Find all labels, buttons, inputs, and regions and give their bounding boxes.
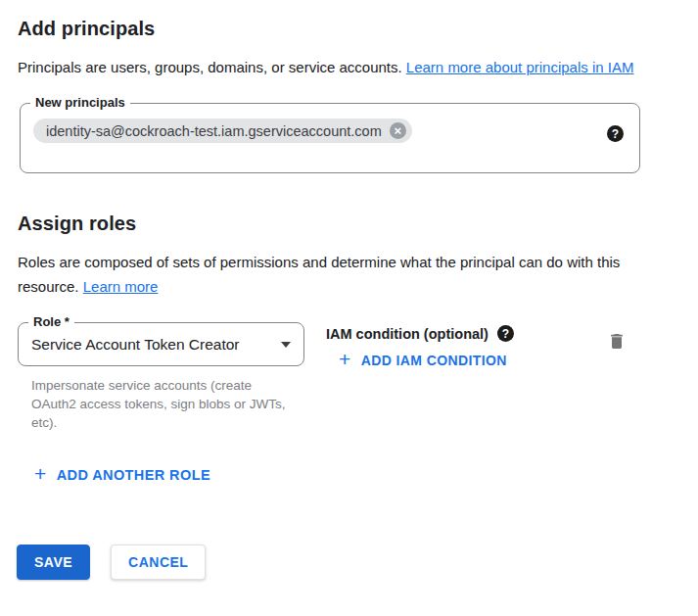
new-principals-label: New principals bbox=[30, 95, 130, 111]
trash-column bbox=[607, 331, 627, 355]
roles-description: Roles are composed of sets of permission… bbox=[18, 250, 625, 299]
condition-label: IAM condition (optional) bbox=[326, 326, 489, 342]
role-select-value: Service Account Token Creator bbox=[31, 336, 240, 354]
action-bar: SAVE CANCEL bbox=[17, 545, 680, 580]
cancel-button[interactable]: CANCEL bbox=[111, 545, 206, 580]
add-principals-panel: Add principals Principals are users, gro… bbox=[0, 0, 698, 580]
principals-help-icon[interactable]: ? bbox=[607, 125, 624, 142]
role-help-text: Impersonate service accounts (create OAu… bbox=[31, 376, 298, 432]
condition-help-icon[interactable]: ? bbox=[497, 325, 514, 342]
role-column: Role * Service Account Token Creator Imp… bbox=[18, 322, 304, 432]
page-title: Add principals bbox=[18, 18, 680, 40]
assign-roles-title: Assign roles bbox=[18, 213, 680, 235]
learn-more-roles-link[interactable]: Learn more bbox=[83, 278, 159, 295]
plus-icon: + bbox=[34, 467, 47, 481]
learn-more-principals-link[interactable]: Learn more about principals in IAM bbox=[406, 59, 634, 75]
save-button[interactable]: SAVE bbox=[17, 545, 90, 580]
add-iam-condition-button[interactable]: + ADD IAM CONDITION bbox=[339, 353, 507, 368]
principals-description-text: Principals are users, groups, domains, o… bbox=[18, 59, 406, 75]
principals-description: Principals are users, groups, domains, o… bbox=[18, 55, 659, 79]
delete-role-button[interactable] bbox=[607, 331, 627, 352]
add-iam-condition-label: ADD IAM CONDITION bbox=[361, 353, 507, 368]
principal-chip: identity-sa@cockroach-test.iam.gservicea… bbox=[33, 118, 412, 143]
add-another-role-label: ADD ANOTHER ROLE bbox=[57, 467, 210, 483]
condition-column: IAM condition (optional) ? + ADD IAM CON… bbox=[326, 322, 514, 371]
chip-remove-icon[interactable]: × bbox=[390, 122, 406, 139]
add-another-role-button[interactable]: + ADD ANOTHER ROLE bbox=[34, 467, 210, 483]
role-row: Role * Service Account Token Creator Imp… bbox=[18, 322, 680, 432]
delete-icon bbox=[607, 331, 627, 352]
condition-label-row: IAM condition (optional) ? bbox=[326, 325, 514, 342]
role-select-label: Role * bbox=[28, 314, 74, 330]
plus-icon: + bbox=[339, 353, 351, 366]
dropdown-arrow-icon bbox=[281, 342, 291, 348]
new-principals-field[interactable]: New principals identity-sa@cockroach-tes… bbox=[20, 103, 640, 173]
role-select[interactable]: Role * Service Account Token Creator bbox=[18, 322, 304, 366]
principal-chip-text: identity-sa@cockroach-test.iam.gservicea… bbox=[46, 123, 382, 139]
